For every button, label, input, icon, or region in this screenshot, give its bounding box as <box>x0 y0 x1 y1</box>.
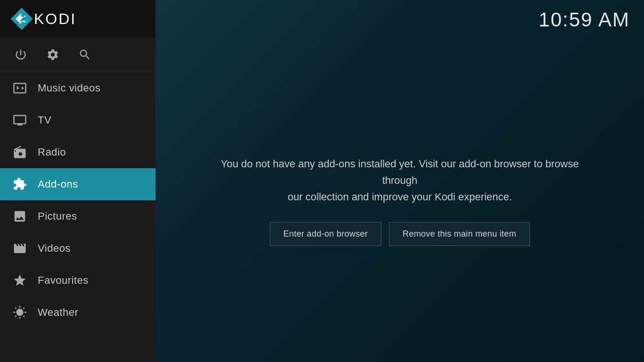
favourites-icon <box>11 272 28 289</box>
no-addons-message: You do not have any add-ons installed ye… <box>211 156 588 206</box>
sidebar-item-pictures[interactable]: Pictures <box>0 200 156 232</box>
sidebar-label-radio: Radio <box>38 146 66 158</box>
music-video-icon <box>11 80 28 97</box>
sidebar-label-favourites: Favourites <box>38 274 89 287</box>
search-icon[interactable] <box>78 48 91 61</box>
sidebar-label-add-ons: Add-ons <box>38 178 78 190</box>
sidebar-item-radio[interactable]: Radio <box>0 136 156 168</box>
videos-icon <box>11 240 28 257</box>
app-layout: KODI <box>0 0 644 362</box>
remove-menu-item-button[interactable]: Remove this main menu item <box>389 222 530 246</box>
sidebar-label-weather: Weather <box>38 306 78 319</box>
settings-icon[interactable] <box>46 48 59 61</box>
weather-icon <box>11 304 28 321</box>
sidebar-label-tv: TV <box>38 114 51 126</box>
sidebar-icon-bar <box>0 38 156 72</box>
sidebar-label-videos: Videos <box>38 242 71 255</box>
sidebar-item-add-ons[interactable]: Add-ons <box>0 168 156 200</box>
sidebar: KODI <box>0 0 156 362</box>
topbar: 10:59 AM <box>156 0 644 40</box>
main-nav: Music videos TV Radio <box>0 72 156 362</box>
radio-icon <box>11 144 28 161</box>
sidebar-item-music-videos[interactable]: Music videos <box>0 72 156 104</box>
tv-icon <box>11 112 28 129</box>
pictures-icon <box>11 208 28 225</box>
sidebar-header: KODI <box>0 0 156 38</box>
power-icon[interactable] <box>14 48 27 61</box>
sidebar-label-pictures: Pictures <box>38 210 77 222</box>
addons-icon <box>11 176 28 193</box>
main-panel: 10:59 AM You do not have any add-ons ins… <box>156 0 644 362</box>
app-title: KODI <box>34 10 76 28</box>
action-buttons: Enter add-on browser Remove this main me… <box>270 222 530 246</box>
sidebar-item-tv[interactable]: TV <box>0 104 156 136</box>
sidebar-item-videos[interactable]: Videos <box>0 232 156 264</box>
kodi-logo-icon <box>9 7 34 31</box>
sidebar-item-weather[interactable]: Weather <box>0 296 156 329</box>
sidebar-item-favourites[interactable]: Favourites <box>0 264 156 296</box>
enter-addon-browser-button[interactable]: Enter add-on browser <box>270 222 381 246</box>
sidebar-label-music-videos: Music videos <box>38 82 100 94</box>
content-area: You do not have any add-ons installed ye… <box>156 40 644 362</box>
clock-display: 10:59 AM <box>539 8 630 31</box>
